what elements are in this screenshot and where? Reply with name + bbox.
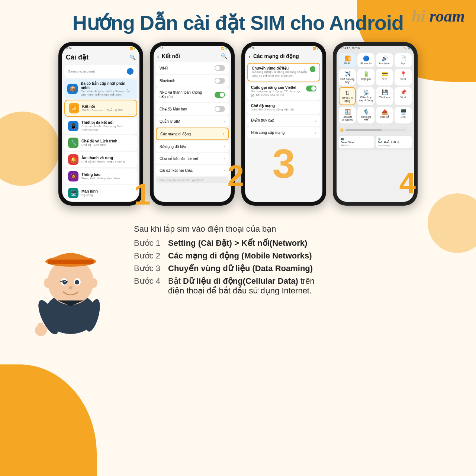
setting-airplane[interactable]: Chế độ Máy bay	[156, 103, 229, 115]
samsung-account-avatar	[127, 68, 134, 75]
qs-pin[interactable]: 📌 Vị trí	[395, 87, 412, 105]
qs-windows-label: Liên kết Windows	[340, 116, 354, 121]
settings-item-ketno[interactable]: 📶 Kết nối Wi-Fi · Bluetooth · Quản lý SI…	[64, 100, 137, 117]
nfc-toggle[interactable]	[215, 92, 225, 98]
phone4-status-icons: ✏️ ⚙️	[403, 47, 411, 50]
step3-overlay: 3	[272, 140, 295, 187]
cheodo-text: Chế độ và Lịch trình Chế độ · Lịch trình	[81, 139, 118, 147]
phone3-mockup: 12:30 📶🔋 ‹ Các mạng di động Chuyể	[241, 42, 326, 206]
qs-sound-icon: 🔊	[382, 55, 388, 61]
mobile-networks-arrow: ›	[223, 131, 224, 136]
qs-wifi-icon: 📶	[344, 55, 351, 61]
qs-hotspot[interactable]: 📡 Điểm truy cập di động	[357, 87, 374, 105]
settings-item-update[interactable]: 📦 Đã có bản cập nhật phần mềm Cập nhật đ…	[64, 79, 137, 99]
settings-item-cheodo[interactable]: 🔧 Chế độ và Lịch trình Chế độ · Lịch trì…	[64, 135, 137, 151]
device-icon: 📱	[68, 121, 78, 131]
qs-share[interactable]: 📤 Chia sẻ	[376, 107, 393, 123]
phone3-screen-title: Các mạng di động	[253, 53, 299, 59]
qs-sound[interactable]: 🔊 Âm thanh	[376, 53, 393, 67]
setting-hotspot[interactable]: Chia sẻ kết nối internet ›	[156, 153, 229, 164]
logo: hi roam	[412, 7, 465, 26]
step-line-3: Bước 3 Chuyển vùng dữ liệu (Data Roaming…	[134, 264, 457, 273]
qs-row2: ✈️ Chế độ Máy bay 🔋 Điện pin 💳 NFC	[339, 69, 412, 86]
qs-battery[interactable]: 🔋 Điện pin	[357, 69, 374, 86]
back-arrow-icon2[interactable]: ‹	[249, 54, 250, 59]
qs-windows[interactable]: 🪟 Liên kết Windows	[339, 107, 356, 123]
phone2-mockup: 01:16 📶🔋 ‹ Kết nối 🔍 Wi-Fi	[150, 42, 235, 206]
qs-dex-icon: 🖥️	[400, 109, 406, 115]
setting-apn[interactable]: Điểm truy cập ›	[247, 115, 320, 126]
setting-sim[interactable]: Quản lý SIM ›	[156, 116, 229, 127]
brightness-more[interactable]: ⋯	[407, 128, 411, 132]
setting-data-usage[interactable]: Sử dụng dữ liệu ›	[156, 141, 229, 152]
phone4-wrapper: 01:14 T.5, 20 Th6 ✏️ ⚙️ 📶 Wi-Fi 🔵	[333, 42, 418, 206]
qs-dex[interactable]: 🖥️ DeX	[395, 107, 412, 123]
phone3-titlebar: ‹ Các mạng di động	[245, 51, 322, 61]
qs-record-label: Trình ghi MH	[359, 116, 373, 121]
phone1-mockup: 01:14 📶🔋 Cài đặt 🔍 Samsung account	[58, 42, 143, 206]
phone1-titlebar: Cài đặt 🔍	[62, 51, 139, 64]
samsung-account-row: Samsung account	[64, 65, 137, 78]
qs-mobile-data-icon: ⇅	[345, 90, 350, 96]
setting-network-mode[interactable]: Chế độ mạng 5G/LTE/3G/2G (tự động kết nố…	[247, 101, 320, 114]
qs-row4: 🪟 Liên kết Windows 🎙️ Trình ghi MH 📤 Chi…	[339, 107, 412, 123]
back-arrow-icon[interactable]: ‹	[157, 54, 159, 59]
settings-item-manhinh[interactable]: 🖥️ Màn hình Độ sáng	[64, 185, 137, 201]
qs-save-icon: 💾	[382, 89, 388, 95]
setting-more[interactable]: Cài đặt kết nối khác ›	[156, 165, 229, 176]
setting-wifi[interactable]: Wi-Fi	[156, 62, 229, 74]
qs-doc[interactable]: 📄 Đọc	[395, 53, 412, 67]
step-line-1: Bước 1 Setting (Cài Đặt) > Kết nối(Netwo…	[134, 238, 457, 248]
setting-data-roaming[interactable]: Chuyển vùng dữ liệu Sử dụng dữ liệu di đ…	[247, 63, 320, 81]
smart-view[interactable]: 📺 Smart View Màn hình	[339, 136, 374, 148]
qs-loc[interactable]: 📍 Vị trí	[395, 69, 412, 86]
buoc4-desc: Bật Dữ liệu di động(Cellular Data) trênđ…	[168, 276, 315, 296]
character-illustration	[19, 217, 123, 336]
settings-item-device[interactable]: 📱 Thiết bị đã kết nối Chia sẻ nhanh · Sa…	[64, 118, 137, 134]
phone2-search[interactable]: Bạn đang tìm kiếm điều gì khác?	[156, 177, 229, 183]
airplane-toggle[interactable]	[215, 106, 225, 112]
qs-nfc[interactable]: 💳 NFC	[376, 69, 393, 86]
main-container: hi roam Hướng Dẫn cài đặt SIM cho Androi…	[0, 0, 476, 476]
qs-record[interactable]: 🎙️ Trình ghi MH	[357, 107, 374, 123]
svg-point-9	[69, 286, 73, 289]
qs-record-icon: 🎙️	[363, 109, 369, 115]
qs-bluetooth[interactable]: 🔵 Bluetooth	[357, 53, 374, 67]
volte-toggle[interactable]	[306, 86, 316, 91]
phone4-statusbar: 01:14 T.5, 20 Th6 ✏️ ⚙️	[337, 46, 414, 51]
phone1-statusbar: 01:14 📶🔋	[62, 46, 139, 51]
phone2-search-icon[interactable]: 🔍	[221, 53, 227, 59]
data-usage-arrow: ›	[223, 144, 225, 149]
brightness-slider[interactable]	[345, 129, 406, 131]
ketno-icon: 📶	[69, 103, 79, 113]
update-icon: 📦	[67, 84, 78, 94]
qs-battery-icon: 🔋	[363, 71, 369, 77]
phone1-search-icon[interactable]: 🔍	[129, 54, 136, 60]
qs-save[interactable]: 💾 Tiết kiệm	[376, 87, 393, 105]
setting-bluetooth[interactable]: Bluetooth	[156, 75, 229, 87]
qs-airplane[interactable]: ✈️ Chế độ Máy bay	[339, 69, 356, 86]
wifi-toggle[interactable]	[215, 65, 225, 71]
settings-item-amthanh[interactable]: 🔔 Âm thanh và rung Chế độ âm thanh · Nhạ…	[64, 152, 137, 167]
qs-mobile-data[interactable]: ⇅ Dữ liệu di động	[339, 87, 356, 105]
qs-row1: 📶 Wi-Fi 🔵 Bluetooth 🔊 Âm thanh	[339, 53, 412, 67]
smart-things-icon: ⚙️	[378, 138, 410, 141]
qs-bluetooth-icon: 🔵	[363, 55, 369, 61]
bluetooth-toggle[interactable]	[215, 78, 225, 84]
setting-volte[interactable]: Cuộc gọi nâng cao Viettel Sử dụng mạng d…	[247, 83, 320, 100]
qs-nfc-label: NFC	[382, 78, 387, 80]
settings-item-thongbao[interactable]: 🔕 Thông báo Trạng thái · Không làm phiền	[64, 168, 137, 184]
qs-dex-label: DeX	[401, 116, 406, 118]
roaming-toggle[interactable]	[310, 66, 316, 72]
svg-point-11	[90, 278, 97, 288]
page-title: Hướng Dẫn cài đặt SIM cho Android	[11, 11, 465, 35]
brightness-fill	[345, 129, 382, 131]
setting-mobile-networks[interactable]: Các mạng di động ›	[156, 128, 229, 140]
phone1-screen-title: Cài đặt	[66, 53, 89, 61]
smart-things[interactable]: ⚙️ Điều khiển thiết bị SmartThings	[376, 136, 412, 148]
qs-wifi[interactable]: 📶 Wi-Fi	[339, 53, 356, 67]
setting-nfc[interactable]: NFC và thanh toán không tiếp xúc	[156, 87, 229, 102]
qs-wifi-label: Wi-Fi	[344, 62, 350, 65]
qs-save-label: Tiết kiệm	[379, 96, 390, 99]
setting-carrier[interactable]: Nhà cung cấp mạng ›	[247, 127, 320, 138]
